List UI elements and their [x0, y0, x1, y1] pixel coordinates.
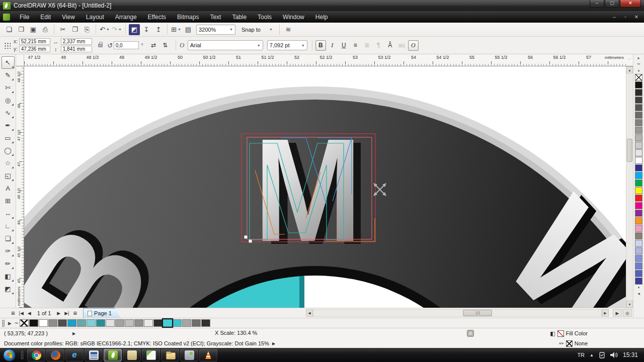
- navigator-button[interactable]: ◎: [623, 309, 632, 317]
- bulleted-list-button[interactable]: ≣: [362, 40, 372, 51]
- color-swatch[interactable]: [635, 164, 642, 171]
- minimize-button[interactable]: –: [590, 0, 604, 8]
- color-swatch[interactable]: [67, 319, 76, 327]
- search-content-button[interactable]: ◩: [129, 24, 140, 35]
- color-swatch[interactable]: [635, 270, 642, 277]
- object-width-input[interactable]: [61, 38, 92, 45]
- outline-color-swatch[interactable]: [566, 340, 573, 347]
- interactive-fill-tool[interactable]: ◩: [2, 283, 15, 295]
- bold-button[interactable]: B: [315, 40, 326, 51]
- menu-arrange[interactable]: Arrange: [110, 13, 142, 22]
- color-swatch[interactable]: [29, 319, 38, 327]
- taskbar-firefox[interactable]: [46, 349, 64, 361]
- color-swatch[interactable]: [635, 112, 642, 119]
- freehand-tool[interactable]: ∿: [2, 107, 15, 119]
- color-swatch[interactable]: [96, 319, 105, 327]
- color-swatch[interactable]: [144, 319, 153, 327]
- color-swatch[interactable]: [635, 134, 642, 141]
- vertical-ruler[interactable]: 48 1/24847 1/24746 1/24645 1/245millimet…: [16, 66, 24, 308]
- vertical-scrollbar[interactable]: ▲ ▼: [626, 66, 633, 308]
- no-color-swatch[interactable]: [20, 319, 29, 327]
- menu-table[interactable]: Table: [226, 13, 252, 22]
- color-swatch[interactable]: [635, 142, 642, 149]
- close-button[interactable]: ✕: [620, 0, 641, 8]
- color-swatch[interactable]: [635, 81, 642, 88]
- color-swatch[interactable]: [635, 225, 642, 232]
- palette-expand-button[interactable]: ◀: [637, 291, 640, 297]
- underline-button[interactable]: U: [339, 40, 349, 51]
- page-tab[interactable]: Page 1: [83, 308, 120, 318]
- italic-button[interactable]: I: [327, 40, 338, 51]
- document-palette-eyedropper-icon[interactable]: ✑: [15, 320, 19, 326]
- color-swatch[interactable]: [39, 319, 48, 327]
- cut-button[interactable]: ✂: [57, 24, 68, 35]
- fill-color-swatch[interactable]: [557, 330, 564, 337]
- color-swatch[interactable]: [635, 217, 642, 224]
- color-swatch[interactable]: [87, 319, 96, 327]
- copy-button[interactable]: ❐: [69, 24, 80, 35]
- scroll-up-button[interactable]: ▲: [626, 66, 633, 73]
- color-swatch[interactable]: [635, 157, 642, 164]
- basic-shapes-tool[interactable]: ◱: [2, 169, 15, 182]
- go-last-page-button[interactable]: ▶|: [62, 311, 71, 316]
- maximize-button[interactable]: ▢: [605, 0, 619, 8]
- color-swatch[interactable]: [134, 319, 143, 327]
- color-swatch[interactable]: [635, 278, 642, 285]
- palette-scroll-down-button[interactable]: ▼: [637, 285, 640, 291]
- show-hidden-icons-button[interactable]: ▲: [590, 353, 594, 357]
- palette-eyedropper-icon[interactable]: ✑: [637, 61, 640, 67]
- open-button[interactable]: ❒: [16, 24, 27, 35]
- taskbar-chrome[interactable]: [27, 349, 45, 361]
- undo-button[interactable]: ↶▼: [99, 24, 110, 35]
- menu-effects[interactable]: Effects: [142, 13, 172, 22]
- dimension-tool[interactable]: ↔: [2, 207, 15, 220]
- polygon-tool[interactable]: ☆: [2, 157, 15, 169]
- ruler-options-corner[interactable]: ⋯: [626, 54, 633, 66]
- drawing-canvas[interactable]: B B W W M M: [24, 66, 626, 308]
- add-page-before-button[interactable]: ⊞: [9, 311, 17, 316]
- character-formatting-button[interactable]: Â: [385, 40, 395, 51]
- new-document-button[interactable]: ❏: [4, 24, 15, 35]
- scroll-right-button[interactable]: ▶: [602, 309, 609, 317]
- horizontal-ruler[interactable]: millimeters 47 1/24848 1/24949 1/25050 1…: [24, 54, 626, 66]
- taskbar-file-explorer[interactable]: [161, 349, 179, 361]
- color-swatch[interactable]: [635, 202, 642, 209]
- export-button[interactable]: ↥: [153, 24, 164, 35]
- horizontal-scroll-thumb[interactable]: [463, 310, 492, 316]
- color-swatch[interactable]: [635, 149, 642, 156]
- vertical-scroll-thumb[interactable]: [627, 139, 632, 162]
- clock[interactable]: 15:31: [623, 351, 638, 358]
- color-swatch[interactable]: [192, 319, 201, 327]
- color-swatch[interactable]: [635, 172, 642, 179]
- application-launcher-button[interactable]: ⊞▼: [171, 24, 182, 35]
- color-swatch[interactable]: [635, 232, 642, 239]
- go-previous-page-button[interactable]: ◀: [26, 311, 33, 316]
- color-swatch[interactable]: [635, 179, 642, 187]
- rotation-angle-input[interactable]: [114, 41, 139, 49]
- color-swatch[interactable]: [635, 262, 642, 269]
- palette-grip[interactable]: [2, 320, 5, 327]
- menu-layout[interactable]: Layout: [80, 13, 110, 22]
- taskbar-vlc[interactable]: [199, 349, 217, 361]
- artistic-media-tool[interactable]: ✒: [2, 119, 15, 132]
- paste-button[interactable]: ⎘: [82, 24, 93, 35]
- speaker-icon[interactable]: [610, 352, 618, 358]
- redo-button[interactable]: ↷▼: [111, 24, 122, 35]
- color-swatch[interactable]: [77, 319, 86, 327]
- language-indicator[interactable]: TR: [577, 352, 585, 358]
- menu-edit[interactable]: Edit: [35, 13, 56, 22]
- crop-tool[interactable]: ✄: [2, 81, 15, 94]
- edit-text-button[interactable]: ab|: [396, 40, 407, 51]
- object-height-input[interactable]: [61, 46, 92, 52]
- document-palette-flyout[interactable]: ▶: [8, 320, 12, 326]
- lock-ratio-icon[interactable]: [98, 44, 103, 47]
- taskbar-coreldraw[interactable]: [104, 349, 122, 361]
- profiles-flyout-icon[interactable]: ▶: [272, 341, 275, 346]
- scroll-down-button[interactable]: ▼: [626, 301, 633, 308]
- drop-shadow-tool[interactable]: ❏: [2, 232, 15, 245]
- mirror-vertical-button[interactable]: ⇅: [160, 40, 171, 51]
- menu-file[interactable]: File: [14, 13, 35, 22]
- rectangle-tool[interactable]: ▭: [2, 132, 15, 144]
- object-x-input[interactable]: [19, 38, 50, 45]
- drop-cap-button[interactable]: ¶: [373, 40, 384, 51]
